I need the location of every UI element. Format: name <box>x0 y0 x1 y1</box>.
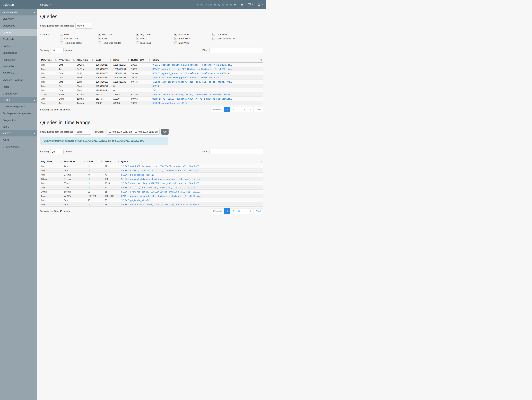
query-link[interactable]: BEGIN <box>152 85 159 87</box>
query-link[interactable]: INSERT INTO pgbench_history (tid, bid, a… <box>152 81 232 83</box>
page-3[interactable]: 3 <box>236 107 242 112</box>
query-link[interactable]: SELECT abalance FROM pgbench_accounts WH… <box>152 76 219 79</box>
sidebar-item-tablespaces[interactable]: Tablespaces <box>0 50 37 56</box>
col-header-avg-time[interactable]: Avg. Time⇅ <box>58 57 76 63</box>
sidebar-item-change-alerts[interactable]: Change Alerts <box>0 143 37 150</box>
sidebar-section-alerts[interactable]: ALERTS› <box>0 130 37 136</box>
column-option-temp-blks-written[interactable]: Temp Blks. Written <box>98 41 136 44</box>
page-5[interactable]: 5 <box>248 107 254 112</box>
sidebar-item-alerts[interactable]: Alerts <box>0 136 37 143</box>
filter-input-2[interactable] <box>209 149 263 154</box>
query-link[interactable]: SELECT current_database() AS db, scheman… <box>121 178 201 180</box>
column-option-disk-write[interactable]: Disk Write <box>174 41 212 44</box>
sidebar-section-dashboards[interactable]: DASHBOARDS› <box>0 9 37 15</box>
column-option-local-buffer-hit[interactable]: Local Buffer Hit % <box>212 37 250 40</box>
cell-total-time: 105ms <box>63 190 87 194</box>
col-header-query[interactable]: Query⇅ <box>151 57 263 63</box>
column-option-calls[interactable]: ✓Calls <box>98 37 136 40</box>
col-header-min-time[interactable]: Min. Time⇅ <box>40 57 58 63</box>
col-header-rows[interactable]: Rows⇅ <box>112 57 130 63</box>
column-option-std-dev-time[interactable]: Std. Dev. Time <box>60 37 98 40</box>
query-link[interactable]: END <box>152 89 156 92</box>
query-link[interactable]: UPDATE pgbench_branches SET bbalance = b… <box>152 63 232 66</box>
cell-min-time: 0ms <box>40 76 58 80</box>
sidebar-section-tools[interactable]: TOOLS› <box>0 97 37 103</box>
chevron-down-icon: ▾ <box>50 4 51 6</box>
time-range-input[interactable] <box>107 129 159 135</box>
query-link[interactable]: UPDATE pgbench_tellers SET tbalance = tb… <box>152 68 232 70</box>
sidebar-item-top-k[interactable]: Top k <box>0 124 37 130</box>
page-next[interactable]: Next <box>253 107 263 112</box>
sidebar-item-tablespace-management[interactable]: Tablespace Management <box>0 110 37 117</box>
col-header-avg-time[interactable]: Avg. Time⇅ <box>40 159 63 164</box>
cell-buffer-hit: 100% <box>130 76 151 80</box>
db-select-label: Show queries from the database: <box>40 25 74 27</box>
page-2[interactable]: 2 <box>230 107 236 112</box>
column-option-user[interactable]: User <box>60 33 98 36</box>
sidebar-item-locks[interactable]: Locks <box>0 43 37 50</box>
sidebar-item-diagnostics[interactable]: Diagnostics <box>0 117 37 124</box>
charts-dropdown[interactable]: ▾ <box>247 3 253 7</box>
column-option-avg-time[interactable]: ✓Avg. Time <box>136 33 174 36</box>
page-previous[interactable]: Previous <box>211 107 224 112</box>
column-option-temp-blks-read[interactable]: Temp Blks. Read <box>60 41 98 44</box>
sort-icon: ⇅ <box>101 160 103 163</box>
go-button[interactable]: Go <box>161 129 169 135</box>
settings-dropdown[interactable]: ⚙ ▾ <box>257 3 263 7</box>
col-header-rows[interactable]: Rows⇅ <box>104 159 120 164</box>
sidebar-item-roles[interactable]: Roles <box>0 83 37 90</box>
sidebar-item-configuration[interactable]: Configuration <box>0 90 37 97</box>
sidebar-item-replication[interactable]: Replication <box>0 56 37 63</box>
query-link[interactable]: SELECT archived_count, COALESCE(last_arc… <box>121 190 201 193</box>
sidebar-item-queries[interactable]: Queries <box>0 29 37 36</box>
chevron-right-icon: › <box>34 11 35 14</box>
query-link[interactable]: WITH pc AS (SELECT pubname, COUNT(*) AS … <box>152 98 232 100</box>
column-option-buffer-hit[interactable]: ✓Buffer Hit % <box>174 37 212 40</box>
sidebar-item-bg-writer[interactable]: BG Writer <box>0 70 37 77</box>
col-header-total-time[interactable]: Total Time⇅ <box>63 159 87 164</box>
table-row: 0ms1ms2m31s12954182511295418251100%UPDAT… <box>40 67 263 71</box>
query-link[interactable]: UPDATE pgbench_accounts SET abalance = a… <box>152 72 232 75</box>
filter-input[interactable] <box>209 48 263 53</box>
query-link[interactable]: SELECT pg_table_size($1) <box>121 199 152 200</box>
sidebar-item-overview[interactable]: Overview <box>0 15 37 22</box>
query-link[interactable]: SELECT current_database() AS db, scheman… <box>152 93 232 96</box>
cell-buffer-hit: 99.9% <box>130 97 151 101</box>
column-option-min-time[interactable]: ✓Min. Time <box>98 33 136 36</box>
query-link[interactable]: SELECT S.relid, S.schemaname, S.relname,… <box>121 186 201 189</box>
col-header-calls[interactable]: Calls⇅ <box>95 57 112 63</box>
sidebar-item-wal-files[interactable]: WAL Files <box>0 63 37 70</box>
entries-count-input[interactable] <box>50 48 63 53</box>
database-input-time-range[interactable] <box>75 129 92 135</box>
query-link[interactable]: SELECT COALESCE(datname, $2), COALESCE(u… <box>121 165 201 168</box>
query-link[interactable]: SELECT pg_database_size($1) <box>152 102 187 104</box>
server-dropdown[interactable]: server1 ▾ <box>40 3 51 6</box>
sidebar-item-index-management[interactable]: Index Management <box>0 103 37 110</box>
column-option-total-time[interactable]: Total Time <box>212 33 250 36</box>
entries-count-input-2[interactable] <box>50 149 63 154</box>
column-option-rows[interactable]: ✓Rows <box>136 37 174 40</box>
query-link[interactable]: SELECT status, receive_start_lsn, receiv… <box>121 169 201 172</box>
cell-rows: 77 <box>104 173 120 177</box>
column-option-disk-read[interactable]: Disk Read <box>136 41 174 44</box>
sidebar-item-vacuum-progress[interactable]: Vacuum Progress <box>0 77 37 83</box>
column-option-max-time[interactable]: ✓Max. Time <box>174 33 212 36</box>
table-row: 8ms87ms113014SELECT name, setting, COALE… <box>40 181 263 185</box>
cell-calls: 11 <box>87 168 104 173</box>
cell-avg-time: 0ms <box>58 76 76 80</box>
database-input[interactable] <box>76 23 92 29</box>
query-link[interactable]: SELECT pg_database_size($1) <box>121 173 156 176</box>
cell-min-time: 0ms <box>40 63 58 67</box>
query-link[interactable]: UPDATE pgbench_accounts SET abalance = a… <box>121 195 201 197</box>
page-4[interactable]: 4 <box>242 107 248 112</box>
col-header-calls[interactable]: Calls⇅ <box>87 159 104 164</box>
query-link[interactable]: SELECT name, setting, COALESCE(boot_val,… <box>121 182 201 184</box>
sidebar-item-backends[interactable]: Backends <box>0 36 37 43</box>
sidebar-item-databases[interactable]: Databases <box>0 22 37 29</box>
notifications-button[interactable] <box>240 3 243 6</box>
col-header-max-time[interactable]: Max. Time⇅ <box>76 57 95 63</box>
col-header-query[interactable]: Query⇅ <box>120 159 263 164</box>
sidebar: DASHBOARDS›OverviewDatabasesQueriesBacke… <box>0 9 37 200</box>
page-1[interactable]: 1 <box>224 107 230 112</box>
col-header-buffer-hit[interactable]: Buffer Hit %⇅ <box>130 57 151 63</box>
